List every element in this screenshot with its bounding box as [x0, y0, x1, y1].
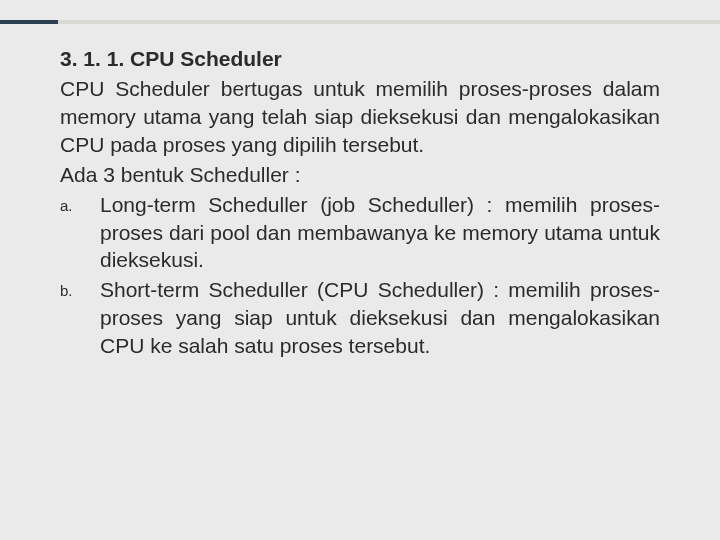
scheduler-list: a. Long-term Scheduller (job Scheduller)…: [60, 191, 660, 361]
slide: 3. 1. 1. CPU Scheduler CPU Scheduler ber…: [0, 0, 720, 540]
list-item: a. Long-term Scheduller (job Scheduller)…: [60, 191, 660, 275]
list-item: b. Short-term Scheduller (CPU Scheduller…: [60, 276, 660, 360]
list-marker: a.: [60, 191, 100, 275]
list-item-text: Short-term Scheduller (CPU Scheduller) :…: [100, 276, 660, 360]
list-item-text: Long-term Scheduller (job Scheduller) : …: [100, 191, 660, 275]
list-marker: b.: [60, 276, 100, 360]
content-block: 3. 1. 1. CPU Scheduler CPU Scheduler ber…: [60, 45, 660, 360]
list-lead: Ada 3 bentuk Scheduller :: [60, 161, 660, 189]
section-heading: 3. 1. 1. CPU Scheduler: [60, 45, 660, 73]
intro-paragraph: CPU Scheduler bertugas untuk memilih pro…: [60, 75, 660, 159]
accent-bar: [0, 20, 720, 24]
